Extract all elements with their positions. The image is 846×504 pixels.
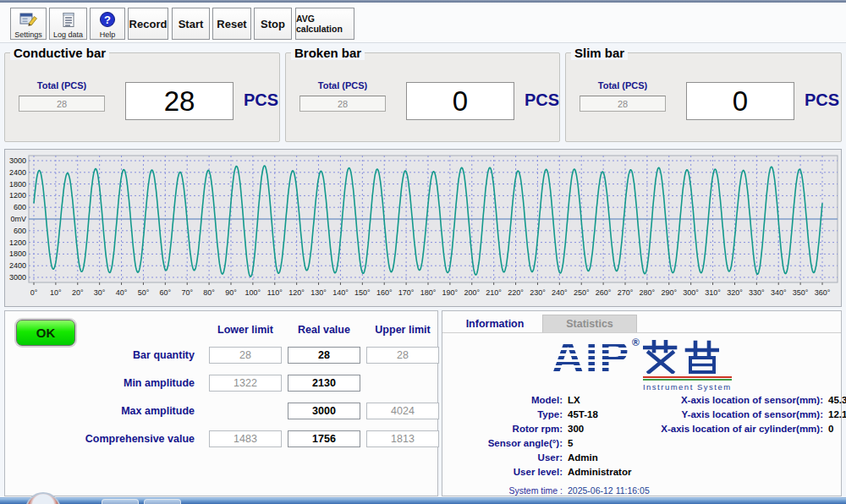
model-value: LX	[568, 395, 580, 405]
svg-text:270°: 270°	[618, 288, 634, 297]
svg-text:3000: 3000	[9, 156, 26, 165]
tab-information[interactable]: Information	[448, 315, 542, 332]
model-label: Model:	[448, 395, 568, 405]
max-amplitude-upper-input[interactable]: 4024	[366, 403, 439, 419]
row-label-bar-quantity: Bar quantity	[12, 349, 203, 361]
svg-text:250°: 250°	[574, 288, 590, 297]
group-title: Slim bar	[571, 46, 628, 60]
group-broken-bar: Broken bar Total (PCS) 28 0 PCS	[285, 46, 560, 142]
toolbar: Settings Log data ? Help Record Start Re…	[0, 3, 846, 43]
min-amplitude-lower-input[interactable]: 1322	[209, 375, 282, 392]
group-conductive-bar: Conductive bar Total (PCS) 28 28 PCS	[4, 46, 280, 142]
logo-green-line	[643, 379, 732, 381]
taskbar-button[interactable]	[144, 499, 181, 504]
pcs-unit-label: PCS	[805, 90, 839, 110]
svg-text:50°: 50°	[138, 288, 150, 297]
tab-statistics[interactable]: Statistics	[542, 315, 637, 332]
sensor-y-label: Y-axis location of sensor(mm):	[652, 409, 828, 419]
record-button[interactable]: Record	[128, 8, 168, 40]
svg-text:20°: 20°	[72, 288, 84, 297]
svg-text:600: 600	[14, 227, 26, 235]
svg-text:90°: 90°	[225, 288, 237, 297]
svg-text:130°: 130°	[310, 288, 327, 297]
aip-logo-chinese-icon	[643, 340, 719, 374]
user-label: User:	[448, 452, 568, 463]
waveform-chart-panel: 0°10°20°30°40°50°60°70°80°90°100°110°120…	[4, 149, 842, 307]
group-title: Broken bar	[291, 46, 365, 60]
svg-text:290°: 290°	[661, 288, 677, 297]
slim-total-input[interactable]: 28	[580, 96, 666, 112]
help-button[interactable]: ? Help	[90, 8, 125, 40]
reset-button[interactable]: Reset	[212, 8, 251, 40]
broken-total-input[interactable]: 28	[299, 96, 386, 112]
avg-calculation-button[interactable]: AVG calculation	[295, 8, 354, 40]
rotor-rpm-label: Rotor rpm:	[448, 424, 568, 434]
svg-text:60°: 60°	[160, 288, 172, 297]
total-pcs-label: Total (PCS)	[19, 80, 105, 90]
system-time-label: System time :	[448, 485, 568, 496]
system-time-value: 2025-06-12 11:16:05	[568, 485, 650, 496]
svg-text:0°: 0°	[30, 288, 38, 297]
svg-text:340°: 340°	[771, 288, 787, 297]
settings-button[interactable]: Settings	[10, 8, 47, 40]
svg-text:150°: 150°	[354, 288, 371, 297]
svg-text:180°: 180°	[420, 288, 437, 297]
comprehensive-lower-input[interactable]: 1483	[209, 430, 282, 447]
air-cylinder-x-label: X-axis location of air cylinder(mm):	[652, 424, 828, 434]
bar-quantity-upper-input[interactable]: 28	[366, 347, 439, 364]
svg-text:310°: 310°	[705, 288, 721, 297]
row-label-max-amplitude: Max amplitude	[12, 405, 203, 417]
min-amplitude-real-value: 2130	[288, 375, 360, 392]
svg-text:160°: 160°	[376, 288, 393, 297]
start-button[interactable]: Start	[172, 8, 210, 40]
sensor-angle-label: Sensor angle(°):	[448, 438, 568, 448]
total-pcs-label: Total (PCS)	[580, 80, 666, 90]
logo-red-line	[643, 376, 732, 378]
stop-button[interactable]: Stop	[254, 8, 292, 40]
type-value: 45T-18	[568, 409, 598, 419]
svg-text:100°: 100°	[245, 288, 261, 297]
slim-count-display: 0	[686, 82, 794, 120]
air-cylinder-x-value: 0	[828, 424, 833, 434]
svg-text:1200: 1200	[9, 238, 26, 247]
svg-text:170°: 170°	[398, 288, 415, 297]
info-panel: Information Statistics AIP ®	[442, 310, 842, 496]
svg-text:2400: 2400	[9, 261, 26, 270]
svg-text:600: 600	[14, 203, 26, 211]
info-fields-right: X-axis location of sensor(mm):45.37 Y-ax…	[652, 395, 846, 438]
row-label-min-amplitude: Min amplitude	[12, 377, 203, 389]
info-tabs: Information Statistics	[442, 315, 841, 333]
pcs-unit-label: PCS	[525, 90, 559, 110]
log-data-icon	[61, 11, 76, 30]
svg-text:320°: 320°	[727, 288, 743, 297]
svg-text:300°: 300°	[683, 288, 699, 297]
svg-text:1800: 1800	[9, 249, 26, 258]
svg-text:1200: 1200	[9, 191, 26, 200]
group-slim-bar: Slim bar Total (PCS) 28 0 PCS	[565, 46, 842, 142]
help-icon: ?	[99, 11, 116, 30]
total-pcs-label: Total (PCS)	[299, 80, 386, 90]
conductive-total-input[interactable]: 28	[19, 96, 105, 112]
log-data-button[interactable]: Log data	[49, 8, 87, 40]
svg-text:240°: 240°	[552, 288, 568, 297]
settings-button-label: Settings	[14, 30, 42, 39]
comprehensive-upper-input[interactable]: 1813	[366, 430, 439, 447]
svg-text:330°: 330°	[749, 288, 765, 297]
sensor-x-label: X-axis location of sensor(mm):	[652, 395, 828, 405]
logo-subtitle: Instrument System	[643, 382, 732, 392]
info-fields-left: Model:LX Type:45T-18 Rotor rpm:300 Senso…	[448, 395, 631, 481]
svg-text:10°: 10°	[50, 288, 62, 297]
user-level-value: Administrator	[568, 467, 631, 477]
svg-text:220°: 220°	[508, 288, 524, 297]
taskbar-button[interactable]	[102, 499, 139, 504]
comprehensive-real-value: 1756	[288, 430, 360, 447]
svg-text:40°: 40°	[116, 288, 128, 297]
svg-text:?: ?	[104, 14, 111, 26]
svg-text:3000: 3000	[9, 273, 26, 282]
aip-logo: AIP ® Instrument System	[442, 338, 841, 392]
rotor-rpm-value: 300	[568, 424, 584, 434]
bar-quantity-lower-input[interactable]: 28	[209, 347, 282, 364]
pcs-unit-label: PCS	[244, 90, 278, 110]
svg-text:260°: 260°	[596, 288, 612, 297]
type-label: Type:	[448, 409, 568, 419]
